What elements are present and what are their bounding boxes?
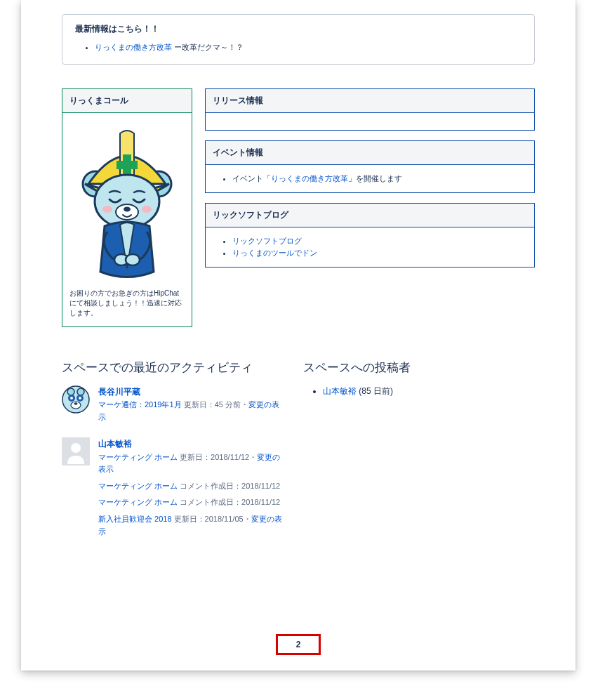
rikkuma-call-note: お困りの方でお急ぎの方はHipChatにて相談しましょう！！迅速に対応します。	[67, 286, 187, 322]
event-prefix: イベント「	[232, 174, 271, 183]
event-title: イベント情報	[206, 141, 534, 165]
activity-row: マーケ通信：2019年1月 更新日：45 分前・変更の表示	[98, 399, 284, 423]
svg-point-18	[70, 397, 73, 399]
blog-link-0[interactable]: リックソフトブログ	[232, 237, 302, 245]
svg-point-12	[126, 254, 140, 265]
svg-point-8	[124, 207, 131, 212]
latest-info-title: 最新情報はこちら！！	[75, 23, 521, 35]
latest-info-link[interactable]: りっくまの働き方改革	[95, 43, 172, 51]
activity-row: マーケティング ホーム 更新日：2018/11/12・変更の表示	[98, 451, 284, 476]
blog-box: リックソフトブログ リックソフトブログ りっくまのツールでドン	[205, 203, 535, 268]
svg-point-21	[74, 402, 78, 405]
activity-row: マーケティング ホーム コメント作成日：2018/11/12	[98, 496, 284, 509]
svg-point-10	[142, 206, 152, 213]
avatar	[62, 437, 90, 465]
blog-item: りっくまのツールでドン	[232, 248, 526, 258]
contributor-link[interactable]: 山本敏裕	[323, 386, 357, 396]
page-number: 2	[296, 640, 301, 649]
svg-point-14	[67, 388, 74, 395]
activity-author-link[interactable]: 長谷川平蔵	[98, 387, 140, 397]
activity-page-link[interactable]: マーケティング ホーム	[98, 498, 178, 506]
latest-info-panel: 最新情報はこちら！！ りっくまの働き方改革 ー改革だクマ～！？	[62, 14, 535, 65]
activity-page-link[interactable]: マーケティング ホーム	[98, 453, 178, 461]
activity-meta: 更新日：2018/11/05・	[172, 515, 251, 523]
activity-page-link[interactable]: マーケティング ホーム	[98, 482, 178, 490]
event-item: イベント「りっくまの働き方改革」を開催します	[232, 173, 526, 184]
activity-entry: 山本敏裕 マーケティング ホーム 更新日：2018/11/12・変更の表示 マー…	[62, 437, 284, 542]
activity-author-link[interactable]: 山本敏裕	[98, 439, 132, 449]
svg-rect-5	[117, 161, 138, 169]
latest-info-suffix: ー改革だクマ～！？	[172, 43, 244, 51]
rikkuma-call-title: りっくまコール	[62, 89, 192, 113]
svg-point-15	[77, 388, 84, 395]
page-number-highlight: 2	[276, 634, 321, 655]
activity-row: 新入社員歓迎会 2018 更新日：2018/11/05・変更の表示	[98, 513, 284, 538]
activity-meta: コメント作成日：2018/11/12	[178, 482, 280, 490]
contributor-meta: (85 日前)	[357, 386, 393, 396]
activity-meta: コメント作成日：2018/11/12	[178, 498, 280, 506]
event-box: イベント情報 イベント「りっくまの働き方改革」を開催します	[205, 140, 535, 193]
avatar	[62, 385, 90, 414]
svg-point-23	[71, 443, 81, 453]
release-body	[206, 113, 534, 130]
release-box: リリース情報	[205, 88, 535, 131]
svg-point-19	[79, 397, 81, 399]
activity-heading: スペースでの最近のアクティビティ	[62, 359, 284, 376]
contributors-heading: スペースへの投稿者	[303, 359, 535, 376]
contributor-item: 山本敏裕 (85 日前)	[323, 385, 535, 397]
blog-link-1[interactable]: りっくまのツールでドン	[232, 249, 317, 257]
activity-page-link[interactable]: 新入社員歓迎会 2018	[98, 515, 172, 523]
release-title: リリース情報	[206, 89, 534, 113]
event-link[interactable]: りっくまの働き方改革	[271, 174, 348, 183]
blog-title: リックソフトブログ	[206, 204, 534, 227]
blog-item: リックソフトブログ	[232, 236, 526, 246]
activity-entry: 長谷川平蔵 マーケ通信：2019年1月 更新日：45 分前・変更の表示	[62, 385, 284, 428]
svg-point-9	[102, 206, 112, 213]
rikkuma-call-box: りっくまコール	[62, 88, 192, 327]
latest-info-item: りっくまの働き方改革 ー改革だクマ～！？	[95, 42, 521, 53]
event-suffix: 」を開催します	[348, 174, 402, 183]
activity-page-link[interactable]: マーケ通信：2019年1月	[98, 400, 182, 409]
rikkuma-mascot-image	[67, 117, 187, 286]
activity-meta: 更新日：2018/11/12・	[178, 453, 257, 461]
activity-meta: 更新日：45 分前・	[182, 400, 248, 409]
activity-row: マーケティング ホーム コメント作成日：2018/11/12	[98, 480, 284, 493]
